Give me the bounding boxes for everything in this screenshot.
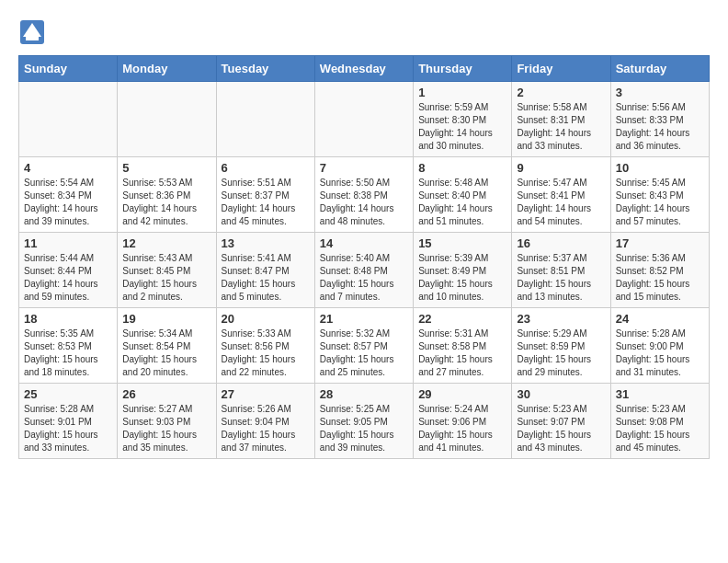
day-number: 19 [122,312,210,326]
day-info: Sunrise: 5:40 AM Sunset: 8:48 PM Dayligh… [320,252,408,304]
day-info: Sunrise: 5:56 AM Sunset: 8:33 PM Dayligh… [616,101,704,153]
day-info: Sunrise: 5:37 AM Sunset: 8:51 PM Dayligh… [517,252,605,304]
day-number: 13 [222,236,310,250]
day-number: 4 [24,161,112,175]
day-number: 5 [122,161,210,175]
day-info: Sunrise: 5:54 AM Sunset: 8:34 PM Dayligh… [24,177,112,228]
calendar-cell: 30Sunrise: 5:23 AM Sunset: 9:07 PM Dayli… [512,384,610,459]
calendar-cell: 19Sunrise: 5:34 AM Sunset: 8:54 PM Dayli… [118,308,216,384]
day-info: Sunrise: 5:58 AM Sunset: 8:31 PM Dayligh… [517,101,605,153]
day-number: 28 [320,387,408,401]
day-number: 7 [320,161,408,175]
calendar-cell [118,82,216,157]
day-info: Sunrise: 5:48 AM Sunset: 8:40 PM Dayligh… [418,177,506,228]
day-info: Sunrise: 5:25 AM Sunset: 9:05 PM Dayligh… [320,403,408,454]
calendar-cell: 3Sunrise: 5:56 AM Sunset: 8:33 PM Daylig… [610,82,709,157]
day-info: Sunrise: 5:27 AM Sunset: 9:03 PM Dayligh… [122,403,210,454]
day-info: Sunrise: 5:47 AM Sunset: 8:41 PM Dayligh… [517,177,605,228]
day-number: 22 [418,312,506,326]
day-number: 3 [616,86,704,99]
calendar-week-5: 25Sunrise: 5:28 AM Sunset: 9:01 PM Dayli… [19,384,710,459]
calendar-week-4: 18Sunrise: 5:35 AM Sunset: 8:53 PM Dayli… [19,308,710,384]
day-info: Sunrise: 5:45 AM Sunset: 8:43 PM Dayligh… [616,177,704,228]
calendar-cell: 27Sunrise: 5:26 AM Sunset: 9:04 PM Dayli… [216,384,314,459]
day-info: Sunrise: 5:35 AM Sunset: 8:53 PM Dayligh… [24,327,112,379]
svg-rect-2 [26,37,39,40]
calendar-cell: 5Sunrise: 5:53 AM Sunset: 8:36 PM Daylig… [118,157,216,233]
day-number: 1 [418,86,506,99]
calendar-cell: 21Sunrise: 5:32 AM Sunset: 8:57 PM Dayli… [314,308,413,384]
col-header-friday: Friday [512,56,610,82]
calendar-cell: 31Sunrise: 5:23 AM Sunset: 9:08 PM Dayli… [610,384,709,459]
logo-icon [18,18,46,46]
calendar-table: SundayMondayTuesdayWednesdayThursdayFrid… [18,55,710,459]
day-info: Sunrise: 5:53 AM Sunset: 8:36 PM Dayligh… [122,177,210,228]
day-number: 11 [24,236,112,250]
day-number: 25 [24,387,112,401]
calendar-cell: 12Sunrise: 5:43 AM Sunset: 8:45 PM Dayli… [118,233,216,308]
day-info: Sunrise: 5:31 AM Sunset: 8:58 PM Dayligh… [418,327,506,379]
day-number: 15 [418,236,506,250]
day-info: Sunrise: 5:29 AM Sunset: 8:59 PM Dayligh… [517,327,605,379]
col-header-wednesday: Wednesday [314,56,413,82]
day-number: 8 [418,161,506,175]
col-header-monday: Monday [118,56,216,82]
calendar-week-2: 4Sunrise: 5:54 AM Sunset: 8:34 PM Daylig… [19,157,710,233]
day-info: Sunrise: 5:23 AM Sunset: 9:08 PM Dayligh… [616,403,704,454]
col-header-tuesday: Tuesday [216,56,314,82]
day-info: Sunrise: 5:26 AM Sunset: 9:04 PM Dayligh… [222,403,310,454]
col-header-thursday: Thursday [414,56,512,82]
logo [18,18,51,46]
day-info: Sunrise: 5:24 AM Sunset: 9:06 PM Dayligh… [418,403,506,454]
day-number: 23 [517,312,605,326]
calendar-cell: 9Sunrise: 5:47 AM Sunset: 8:41 PM Daylig… [512,157,610,233]
calendar-cell: 10Sunrise: 5:45 AM Sunset: 8:43 PM Dayli… [610,157,709,233]
day-info: Sunrise: 5:43 AM Sunset: 8:45 PM Dayligh… [122,252,210,304]
day-info: Sunrise: 5:36 AM Sunset: 8:52 PM Dayligh… [616,252,704,304]
day-info: Sunrise: 5:39 AM Sunset: 8:49 PM Dayligh… [418,252,506,304]
day-info: Sunrise: 5:44 AM Sunset: 8:44 PM Dayligh… [24,252,112,304]
calendar-cell: 7Sunrise: 5:50 AM Sunset: 8:38 PM Daylig… [314,157,413,233]
calendar-cell: 24Sunrise: 5:28 AM Sunset: 9:00 PM Dayli… [610,308,709,384]
day-number: 20 [222,312,310,326]
calendar-cell: 20Sunrise: 5:33 AM Sunset: 8:56 PM Dayli… [216,308,314,384]
calendar-cell [314,82,413,157]
day-number: 12 [122,236,210,250]
day-number: 26 [122,387,210,401]
day-number: 17 [616,236,704,250]
calendar-cell: 23Sunrise: 5:29 AM Sunset: 8:59 PM Dayli… [512,308,610,384]
calendar-cell: 18Sunrise: 5:35 AM Sunset: 8:53 PM Dayli… [19,308,118,384]
calendar-cell: 14Sunrise: 5:40 AM Sunset: 8:48 PM Dayli… [314,233,413,308]
col-header-saturday: Saturday [610,56,709,82]
calendar-cell: 4Sunrise: 5:54 AM Sunset: 8:34 PM Daylig… [19,157,118,233]
calendar-cell: 16Sunrise: 5:37 AM Sunset: 8:51 PM Dayli… [512,233,610,308]
calendar-cell: 25Sunrise: 5:28 AM Sunset: 9:01 PM Dayli… [19,384,118,459]
day-info: Sunrise: 5:33 AM Sunset: 8:56 PM Dayligh… [222,327,310,379]
day-number: 6 [222,161,310,175]
day-number: 30 [517,387,605,401]
day-number: 16 [517,236,605,250]
day-number: 18 [24,312,112,326]
calendar-week-1: 1Sunrise: 5:59 AM Sunset: 8:30 PM Daylig… [19,82,710,157]
calendar-cell: 2Sunrise: 5:58 AM Sunset: 8:31 PM Daylig… [512,82,610,157]
day-number: 31 [616,387,704,401]
day-info: Sunrise: 5:50 AM Sunset: 8:38 PM Dayligh… [320,177,408,228]
calendar-cell: 29Sunrise: 5:24 AM Sunset: 9:06 PM Dayli… [414,384,512,459]
calendar-cell: 11Sunrise: 5:44 AM Sunset: 8:44 PM Dayli… [19,233,118,308]
day-number: 9 [517,161,605,175]
header-row: SundayMondayTuesdayWednesdayThursdayFrid… [19,56,710,82]
calendar-cell: 1Sunrise: 5:59 AM Sunset: 8:30 PM Daylig… [414,82,512,157]
day-info: Sunrise: 5:41 AM Sunset: 8:47 PM Dayligh… [222,252,310,304]
calendar-cell: 15Sunrise: 5:39 AM Sunset: 8:49 PM Dayli… [414,233,512,308]
calendar-cell: 6Sunrise: 5:51 AM Sunset: 8:37 PM Daylig… [216,157,314,233]
day-info: Sunrise: 5:59 AM Sunset: 8:30 PM Dayligh… [418,101,506,153]
page-header [18,18,710,46]
day-number: 10 [616,161,704,175]
col-header-sunday: Sunday [19,56,118,82]
calendar-cell [216,82,314,157]
calendar-week-3: 11Sunrise: 5:44 AM Sunset: 8:44 PM Dayli… [19,233,710,308]
day-info: Sunrise: 5:32 AM Sunset: 8:57 PM Dayligh… [320,327,408,379]
day-number: 2 [517,86,605,99]
calendar-cell: 17Sunrise: 5:36 AM Sunset: 8:52 PM Dayli… [610,233,709,308]
calendar-cell: 8Sunrise: 5:48 AM Sunset: 8:40 PM Daylig… [414,157,512,233]
